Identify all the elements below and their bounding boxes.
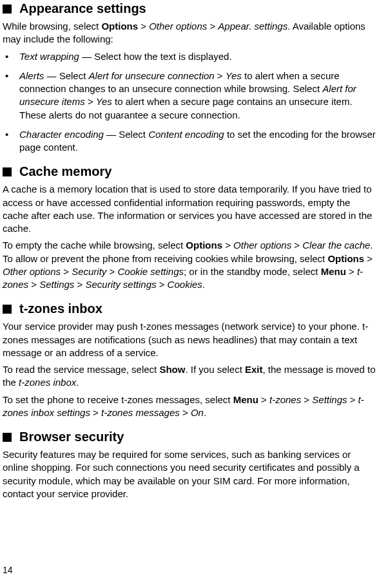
italic-text: Text wrapping (19, 51, 79, 62)
text: > (180, 407, 191, 418)
bold-text: Show (159, 364, 185, 375)
text: > (61, 266, 72, 277)
text: . (76, 377, 79, 388)
text: — Select (44, 70, 88, 81)
italic-text: Content encoding (148, 129, 224, 140)
text: > (207, 21, 218, 32)
italic-text: Other options (3, 266, 61, 277)
text: > (222, 240, 233, 251)
section-security: Browser security Security features may b… (3, 428, 378, 500)
heading-text: t-zones inbox (19, 300, 102, 318)
italic-text: On (191, 407, 204, 418)
appearance-list: Text wrapping — Select how the text is d… (3, 50, 378, 155)
text: > (138, 21, 149, 32)
heading-text: Browser security (19, 428, 124, 446)
text: > (28, 279, 39, 290)
tzones-p1: Your service provider may push t-zones m… (3, 320, 378, 359)
section-appearance: Appearance settings While browsing, sele… (3, 0, 378, 154)
tzones-p3: To set the phone to receive t-zones mess… (3, 394, 378, 420)
text: > (301, 394, 312, 405)
list-item: Text wrapping — Select how the text is d… (3, 50, 378, 63)
text: > (74, 279, 85, 290)
bold-text: Options (101, 21, 138, 32)
italic-text: Settings (312, 394, 347, 405)
text: > (106, 266, 117, 277)
italic-text: t-zones inbox (19, 377, 76, 388)
text: > (90, 407, 101, 418)
text: > (364, 253, 373, 264)
square-bullet-icon (3, 167, 12, 176)
text: While browsing, select (3, 21, 101, 32)
text: — Select how the text is displayed. (79, 51, 232, 62)
document-page: Appearance settings While browsing, sele… (0, 0, 379, 500)
page-number: 14 (3, 564, 13, 576)
square-bullet-icon (3, 5, 12, 14)
bold-text: Options (327, 253, 364, 264)
text: — Select (104, 129, 148, 140)
text: > (291, 240, 302, 251)
heading-text: Cache memory (19, 163, 112, 180)
heading-appearance: Appearance settings (3, 0, 378, 17)
list-item: Character encoding — Select Content enco… (3, 128, 378, 155)
italic-text: t-zones (269, 394, 301, 405)
text: > (85, 96, 96, 107)
text: > (157, 279, 168, 290)
list-item: Alerts — Select Alert for unsecure conne… (3, 70, 378, 122)
heading-cache: Cache memory (3, 163, 378, 180)
security-p1: Security features may be required for so… (3, 448, 378, 500)
italic-text: Other options (233, 240, 291, 251)
appearance-intro: While browsing, select Options > Other o… (3, 20, 378, 46)
cache-p2: To empty the cache while browsing, selec… (3, 239, 378, 291)
italic-text: Other options (149, 21, 207, 32)
heading-text: Appearance settings (19, 0, 146, 17)
bold-text: Exit (245, 364, 263, 375)
text: > (215, 70, 226, 81)
square-bullet-icon (3, 433, 12, 442)
text: ; or in the standby mode, select (184, 266, 321, 277)
tzones-p2: To read the service message, select Show… (3, 363, 378, 390)
italic-text: Alert for unsecure connection (89, 70, 215, 81)
italic-text: Security settings (85, 279, 156, 290)
text: . If you select (185, 364, 245, 375)
italic-text: Clear the cache (302, 240, 370, 251)
square-bullet-icon (3, 305, 12, 314)
heading-tzones: t-zones inbox (3, 300, 378, 318)
text: To read the service message, select (3, 364, 159, 375)
bold-text: Options (186, 240, 222, 251)
text: > (258, 394, 269, 405)
text: > (347, 394, 358, 405)
heading-security: Browser security (3, 428, 378, 446)
text: . (202, 279, 205, 290)
text: > (346, 266, 357, 277)
italic-text: Alerts (19, 70, 44, 81)
text: . (204, 407, 206, 418)
cache-p1: A cache is a memory location that is use… (3, 183, 378, 235)
italic-text: Cookie settings (117, 266, 184, 277)
italic-text: Yes (96, 96, 112, 107)
italic-text: Character encoding (19, 129, 104, 140)
italic-text: Cookies (168, 279, 202, 290)
bold-text: Menu (321, 266, 346, 277)
text: To empty the cache while browsing, selec… (3, 240, 186, 251)
italic-text: Settings (39, 279, 74, 290)
italic-text: Yes (226, 70, 242, 81)
italic-text: t-zones messages (101, 407, 180, 418)
section-tzones: t-zones inbox Your service provider may … (3, 300, 378, 419)
italic-text: Security (72, 266, 106, 277)
section-cache: Cache memory A cache is a memory locatio… (3, 163, 378, 291)
bold-text: Menu (233, 394, 258, 405)
text: To set the phone to receive t-zones mess… (3, 394, 233, 405)
italic-text: Appear. settings (218, 21, 287, 32)
